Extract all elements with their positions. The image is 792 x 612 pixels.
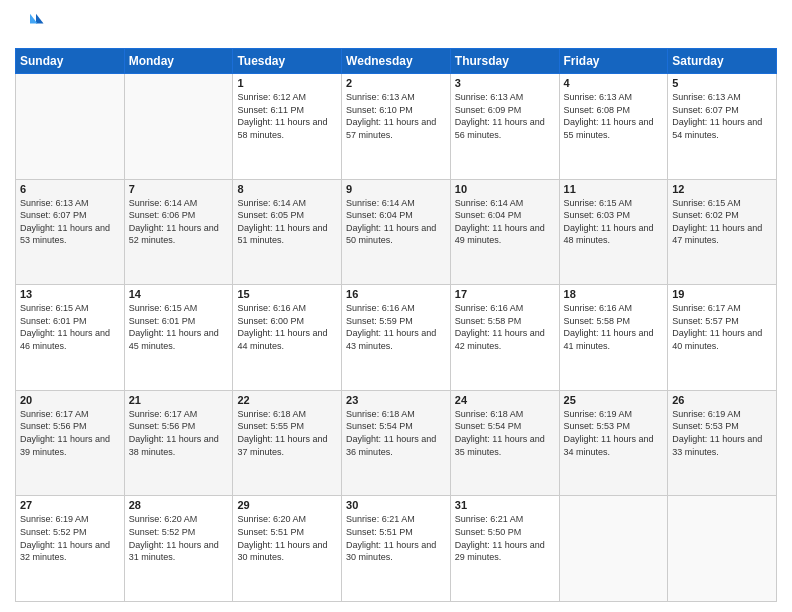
calendar-cell: 26Sunrise: 6:19 AM Sunset: 5:53 PM Dayli… [668,390,777,496]
calendar-cell [559,496,668,602]
header [15,10,777,40]
calendar-cell: 20Sunrise: 6:17 AM Sunset: 5:56 PM Dayli… [16,390,125,496]
day-number: 19 [672,288,772,300]
day-info: Sunrise: 6:15 AM Sunset: 6:03 PM Dayligh… [564,197,664,247]
day-of-week-thursday: Thursday [450,49,559,74]
day-number: 15 [237,288,337,300]
week-row-3: 13Sunrise: 6:15 AM Sunset: 6:01 PM Dayli… [16,285,777,391]
calendar-cell: 8Sunrise: 6:14 AM Sunset: 6:05 PM Daylig… [233,179,342,285]
day-info: Sunrise: 6:16 AM Sunset: 5:59 PM Dayligh… [346,302,446,352]
calendar-cell: 22Sunrise: 6:18 AM Sunset: 5:55 PM Dayli… [233,390,342,496]
day-of-week-tuesday: Tuesday [233,49,342,74]
day-info: Sunrise: 6:17 AM Sunset: 5:56 PM Dayligh… [20,408,120,458]
day-number: 31 [455,499,555,511]
day-number: 1 [237,77,337,89]
day-number: 13 [20,288,120,300]
calendar-cell: 29Sunrise: 6:20 AM Sunset: 5:51 PM Dayli… [233,496,342,602]
day-info: Sunrise: 6:16 AM Sunset: 6:00 PM Dayligh… [237,302,337,352]
day-number: 28 [129,499,229,511]
calendar-cell: 31Sunrise: 6:21 AM Sunset: 5:50 PM Dayli… [450,496,559,602]
svg-marker-0 [36,14,44,24]
calendar-cell: 14Sunrise: 6:15 AM Sunset: 6:01 PM Dayli… [124,285,233,391]
calendar-cell: 21Sunrise: 6:17 AM Sunset: 5:56 PM Dayli… [124,390,233,496]
day-info: Sunrise: 6:17 AM Sunset: 5:57 PM Dayligh… [672,302,772,352]
day-of-week-saturday: Saturday [668,49,777,74]
calendar-cell: 7Sunrise: 6:14 AM Sunset: 6:06 PM Daylig… [124,179,233,285]
day-info: Sunrise: 6:18 AM Sunset: 5:55 PM Dayligh… [237,408,337,458]
calendar-cell: 19Sunrise: 6:17 AM Sunset: 5:57 PM Dayli… [668,285,777,391]
day-info: Sunrise: 6:17 AM Sunset: 5:56 PM Dayligh… [129,408,229,458]
calendar-cell: 10Sunrise: 6:14 AM Sunset: 6:04 PM Dayli… [450,179,559,285]
day-number: 27 [20,499,120,511]
calendar-cell: 2Sunrise: 6:13 AM Sunset: 6:10 PM Daylig… [342,74,451,180]
day-info: Sunrise: 6:21 AM Sunset: 5:50 PM Dayligh… [455,513,555,563]
day-info: Sunrise: 6:13 AM Sunset: 6:07 PM Dayligh… [672,91,772,141]
calendar-cell: 4Sunrise: 6:13 AM Sunset: 6:08 PM Daylig… [559,74,668,180]
day-number: 29 [237,499,337,511]
calendar-cell: 27Sunrise: 6:19 AM Sunset: 5:52 PM Dayli… [16,496,125,602]
day-number: 25 [564,394,664,406]
calendar-cell: 3Sunrise: 6:13 AM Sunset: 6:09 PM Daylig… [450,74,559,180]
day-number: 30 [346,499,446,511]
day-of-week-wednesday: Wednesday [342,49,451,74]
page: SundayMondayTuesdayWednesdayThursdayFrid… [0,0,792,612]
day-info: Sunrise: 6:13 AM Sunset: 6:10 PM Dayligh… [346,91,446,141]
day-info: Sunrise: 6:14 AM Sunset: 6:06 PM Dayligh… [129,197,229,247]
day-info: Sunrise: 6:13 AM Sunset: 6:09 PM Dayligh… [455,91,555,141]
day-info: Sunrise: 6:14 AM Sunset: 6:04 PM Dayligh… [346,197,446,247]
day-info: Sunrise: 6:12 AM Sunset: 6:11 PM Dayligh… [237,91,337,141]
calendar-header-row: SundayMondayTuesdayWednesdayThursdayFrid… [16,49,777,74]
calendar-cell: 9Sunrise: 6:14 AM Sunset: 6:04 PM Daylig… [342,179,451,285]
day-info: Sunrise: 6:16 AM Sunset: 5:58 PM Dayligh… [455,302,555,352]
week-row-5: 27Sunrise: 6:19 AM Sunset: 5:52 PM Dayli… [16,496,777,602]
calendar-cell: 5Sunrise: 6:13 AM Sunset: 6:07 PM Daylig… [668,74,777,180]
day-of-week-sunday: Sunday [16,49,125,74]
calendar-cell: 12Sunrise: 6:15 AM Sunset: 6:02 PM Dayli… [668,179,777,285]
calendar-cell: 18Sunrise: 6:16 AM Sunset: 5:58 PM Dayli… [559,285,668,391]
day-number: 9 [346,183,446,195]
day-number: 22 [237,394,337,406]
day-info: Sunrise: 6:15 AM Sunset: 6:02 PM Dayligh… [672,197,772,247]
day-number: 21 [129,394,229,406]
week-row-2: 6Sunrise: 6:13 AM Sunset: 6:07 PM Daylig… [16,179,777,285]
day-number: 4 [564,77,664,89]
calendar-cell: 16Sunrise: 6:16 AM Sunset: 5:59 PM Dayli… [342,285,451,391]
calendar-cell [668,496,777,602]
day-info: Sunrise: 6:15 AM Sunset: 6:01 PM Dayligh… [129,302,229,352]
day-number: 12 [672,183,772,195]
day-of-week-monday: Monday [124,49,233,74]
day-info: Sunrise: 6:19 AM Sunset: 5:52 PM Dayligh… [20,513,120,563]
calendar-cell: 6Sunrise: 6:13 AM Sunset: 6:07 PM Daylig… [16,179,125,285]
day-info: Sunrise: 6:18 AM Sunset: 5:54 PM Dayligh… [346,408,446,458]
day-number: 17 [455,288,555,300]
day-number: 7 [129,183,229,195]
day-info: Sunrise: 6:13 AM Sunset: 6:07 PM Dayligh… [20,197,120,247]
day-info: Sunrise: 6:16 AM Sunset: 5:58 PM Dayligh… [564,302,664,352]
day-info: Sunrise: 6:15 AM Sunset: 6:01 PM Dayligh… [20,302,120,352]
day-info: Sunrise: 6:20 AM Sunset: 5:52 PM Dayligh… [129,513,229,563]
day-number: 14 [129,288,229,300]
day-number: 20 [20,394,120,406]
calendar-cell: 25Sunrise: 6:19 AM Sunset: 5:53 PM Dayli… [559,390,668,496]
calendar-cell: 1Sunrise: 6:12 AM Sunset: 6:11 PM Daylig… [233,74,342,180]
day-info: Sunrise: 6:14 AM Sunset: 6:04 PM Dayligh… [455,197,555,247]
day-number: 3 [455,77,555,89]
calendar-cell: 28Sunrise: 6:20 AM Sunset: 5:52 PM Dayli… [124,496,233,602]
day-number: 10 [455,183,555,195]
day-info: Sunrise: 6:20 AM Sunset: 5:51 PM Dayligh… [237,513,337,563]
day-info: Sunrise: 6:19 AM Sunset: 5:53 PM Dayligh… [672,408,772,458]
day-number: 26 [672,394,772,406]
day-number: 23 [346,394,446,406]
calendar-cell: 24Sunrise: 6:18 AM Sunset: 5:54 PM Dayli… [450,390,559,496]
day-info: Sunrise: 6:13 AM Sunset: 6:08 PM Dayligh… [564,91,664,141]
calendar-cell: 15Sunrise: 6:16 AM Sunset: 6:00 PM Dayli… [233,285,342,391]
week-row-1: 1Sunrise: 6:12 AM Sunset: 6:11 PM Daylig… [16,74,777,180]
week-row-4: 20Sunrise: 6:17 AM Sunset: 5:56 PM Dayli… [16,390,777,496]
logo [15,10,49,40]
calendar: SundayMondayTuesdayWednesdayThursdayFrid… [15,48,777,602]
day-number: 18 [564,288,664,300]
calendar-cell: 11Sunrise: 6:15 AM Sunset: 6:03 PM Dayli… [559,179,668,285]
calendar-cell [16,74,125,180]
calendar-cell [124,74,233,180]
day-number: 24 [455,394,555,406]
